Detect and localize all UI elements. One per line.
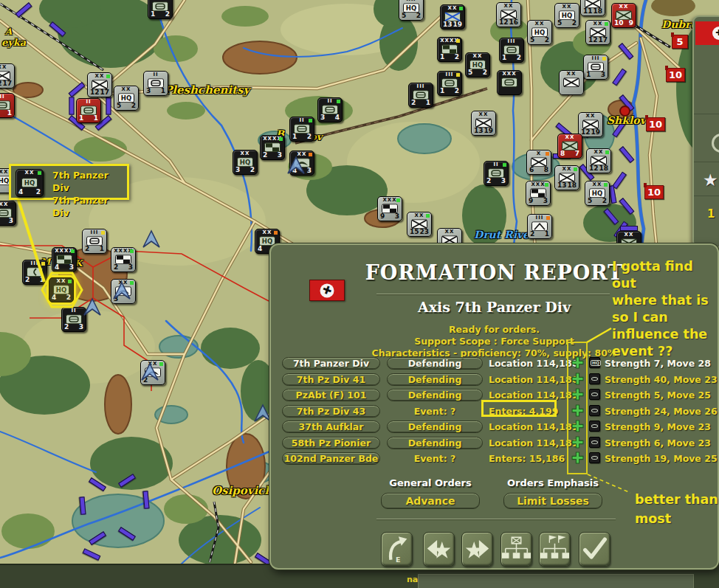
unit-values: 1216 — [499, 19, 518, 26]
hq-unit-icon[interactable]: HQ — [589, 357, 600, 368]
unit-counter[interactable]: XX1319 — [440, 4, 465, 30]
unit-counter[interactable]: III13 — [583, 55, 608, 80]
unit-values: 1319 — [443, 21, 462, 28]
unit-counter[interactable]: XXXX12 — [437, 37, 462, 62]
unit-counter[interactable]: XX1217 — [87, 72, 112, 97]
unit-counter[interactable]: XXHQ42 — [16, 169, 44, 197]
unit-counter[interactable]: XX23 — [0, 201, 16, 226]
unit-status-button[interactable]: Event: ? — [387, 453, 483, 464]
unit-counter[interactable]: XX12 — [148, 0, 173, 19]
unit-counter[interactable]: XXXX23 — [260, 135, 285, 160]
armor-unit-icon[interactable] — [589, 389, 600, 400]
unit-name-button[interactable]: 37th Aufklar — [282, 421, 380, 433]
unit-counter[interactable]: XX1218 — [586, 148, 611, 173]
unit-name-button[interactable]: 58th Pz Pionier — [282, 437, 380, 449]
status-dot — [545, 183, 548, 187]
unit-counter[interactable]: II11 — [0, 93, 15, 118]
unit-counter[interactable]: X68 — [526, 150, 551, 175]
org-chart-unit-icon — [501, 533, 531, 564]
unit-counter[interactable]: XXXX23 — [111, 247, 136, 272]
air-unit-icon[interactable] — [285, 155, 307, 176]
unit-info-sidebar: ✚ ★ 1 — [692, 15, 719, 248]
air-unit-icon[interactable] — [139, 362, 161, 382]
unit-counter[interactable]: XX1319 — [471, 111, 496, 136]
unit-counter[interactable]: XX87 — [557, 134, 582, 159]
unit-values: 11 — [79, 115, 98, 122]
pionier-unit-icon[interactable] — [589, 437, 600, 448]
unit-counter[interactable]: XXHQ42 — [49, 277, 74, 302]
air-unit-icon[interactable] — [81, 297, 103, 317]
unit-counter[interactable]: XX — [559, 70, 584, 95]
unit-name-button[interactable]: 7th Panzer Div — [282, 357, 380, 370]
unit-counter[interactable]: III12 — [437, 71, 462, 96]
unit-counter[interactable]: II23 — [484, 161, 509, 186]
unit-name-button[interactable]: 7th Pz Div 43 — [282, 405, 380, 418]
unit-status-button[interactable]: Event: ? — [387, 406, 483, 417]
unit-counter[interactable]: XX1217 — [0, 63, 15, 89]
unit-status-button[interactable]: Defending — [387, 389, 483, 401]
unit-name-button[interactable]: PzAbt (F) 101 — [282, 389, 380, 401]
unit-counter[interactable]: XXX93 — [526, 181, 551, 206]
unit-counter[interactable]: XX1216 — [496, 2, 521, 27]
unit-name-button[interactable]: 7th Pz Div 41 — [282, 373, 380, 386]
unit-status-button[interactable]: Defending — [387, 421, 483, 433]
orders-emphasis-button[interactable]: Limit Losses — [503, 493, 602, 509]
ok-button[interactable] — [579, 532, 610, 567]
unit-counter[interactable]: III21 — [408, 83, 433, 108]
exit-report-button[interactable]: E — [381, 532, 413, 567]
unit-counter[interactable]: II12 — [289, 117, 314, 142]
unit-counter[interactable]: XX1318 — [554, 165, 579, 190]
status-dot — [68, 280, 72, 283]
status-dot — [130, 249, 134, 253]
air-unit-icon[interactable] — [140, 229, 162, 249]
previous-formation-button[interactable] — [423, 532, 455, 567]
unit-org-chart-button[interactable] — [500, 532, 532, 567]
armor-unit-icon[interactable] — [589, 405, 600, 416]
unit-counter[interactable]: II31 — [143, 71, 168, 96]
unit-counter[interactable]: XX109 — [611, 3, 636, 28]
unit-echelon: XX — [148, 0, 172, 1]
unit-counter[interactable]: XXHQ52 — [399, 0, 424, 21]
unit-counter[interactable]: XXXX43 — [52, 247, 77, 272]
unit-counter[interactable]: XX1523 — [407, 212, 432, 237]
air-unit-icon[interactable] — [111, 280, 133, 301]
svg-text:HQ: HQ — [592, 190, 602, 197]
unit-counter[interactable]: XX1118 — [580, 0, 605, 16]
unit-counter[interactable]: XXHQ52 — [554, 3, 579, 28]
status-dot — [602, 57, 606, 60]
unit-counter[interactable]: III21 — [82, 229, 107, 254]
unit-counter[interactable]: XXHQ52 — [465, 52, 490, 77]
unit-counter[interactable]: II34 — [317, 97, 343, 122]
unit-values: 1318 — [557, 182, 577, 189]
unit-counter[interactable]: III12 — [499, 38, 524, 63]
unit-counter[interactable]: III21 — [527, 214, 552, 239]
unit-counter[interactable]: XXHQ52 — [585, 181, 610, 206]
unit-status-button[interactable]: Defending — [387, 437, 483, 449]
unit-counter[interactable]: II11 — [76, 98, 101, 123]
unit-counter[interactable]: XXX — [497, 70, 522, 95]
unit-status-button[interactable]: Defending — [387, 357, 483, 370]
town-label: Drut Rive — [474, 229, 529, 241]
general-orders-button[interactable]: Advance — [381, 493, 480, 509]
armor-unit-icon[interactable] — [589, 373, 600, 384]
armor-unit-icon[interactable] — [589, 452, 600, 463]
unit-symbol-ring-icon[interactable] — [712, 134, 719, 153]
recon-unit-icon[interactable] — [589, 421, 600, 432]
unit-counter[interactable]: XXHQ32 — [233, 150, 258, 175]
unit-counter[interactable]: XXHQ52 — [114, 86, 139, 111]
unit-location-text: Enters: 15,186 — [489, 453, 565, 464]
unit-name-button[interactable]: 102nd Panzer Bde — [282, 452, 380, 465]
unit-counter[interactable]: III21 — [22, 260, 47, 285]
unit-counter[interactable]: XX1219 — [578, 112, 603, 137]
hexside-marker — [118, 527, 136, 541]
unit-counter[interactable]: XX1217 — [585, 20, 610, 45]
unit-echelon: XX — [612, 4, 636, 10]
unit-echelon: XX — [438, 229, 461, 235]
star-icon[interactable]: ★ — [703, 170, 718, 190]
formation-org-chart-button[interactable] — [539, 532, 571, 567]
unit-counter[interactable]: XXHQ52 — [527, 20, 552, 45]
unit-counter[interactable]: XXX93 — [377, 196, 402, 221]
unit-status-button[interactable]: Defending — [387, 373, 483, 386]
unit-strength-text: Strength 40, Move 23 — [605, 374, 718, 385]
next-formation-button[interactable] — [461, 532, 493, 567]
